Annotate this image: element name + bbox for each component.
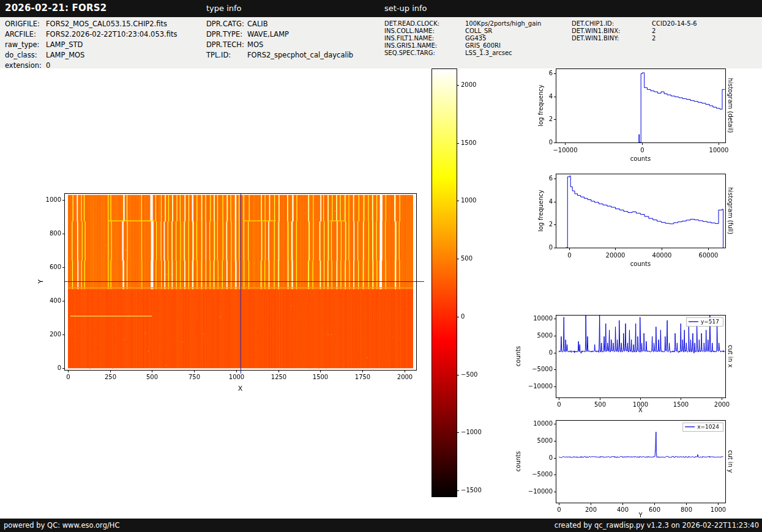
info-value: GG435 <box>465 35 487 42</box>
info-row-chipid: DET.CHIP1.ID:CCID20-14-5-6 <box>572 20 697 28</box>
type-info-header: type info <box>206 4 242 13</box>
info-value: GRIS_600RI <box>465 42 501 50</box>
info-label: DET.WIN1.BINX: <box>572 28 652 35</box>
info-row-dprtech: DPR.TECH:MOS <box>206 40 353 50</box>
detector-info-column: DET.CHIP1.ID:CCID20-14-5-6 DET.WIN1.BINX… <box>572 20 697 42</box>
info-row-arcfile: ARCFILE:FORS2.2026-02-22T10:23:04.053.fi… <box>5 29 177 40</box>
info-value: LAMP_STD <box>46 40 83 50</box>
setup-info-header: set-up info <box>384 4 427 13</box>
info-row-readclock: DET.READ.CLOCK:100Kps/2ports/high_gain <box>384 20 541 28</box>
histogram-full-plot <box>511 166 762 273</box>
info-row-collname: INS.COLL.NAME:COLL_SR <box>384 28 541 35</box>
colorbar <box>422 65 490 503</box>
info-value: COLL_SR <box>465 28 492 35</box>
info-label: DPR.TYPE: <box>206 29 247 40</box>
info-row-binx: DET.WIN1.BINX:2 <box>572 28 697 35</box>
page-title: 2026-02-21: FORS2 <box>5 2 106 13</box>
info-row-biny: DET.WIN1.BINY:2 <box>572 35 697 42</box>
info-label: SEQ.SPEC.TARG: <box>384 50 465 57</box>
info-row-dprcatg: DPR.CATG:CALIB <box>206 19 353 29</box>
info-value: 0 <box>46 61 50 71</box>
cut-in-y-plot <box>511 413 762 523</box>
type-info-column: DPR.CATG:CALIB DPR.TYPE:WAVE,LAMP DPR.TE… <box>206 19 353 61</box>
info-row-extension: extension:0 <box>5 61 177 71</box>
info-value: 100Kps/2ports/high_gain <box>465 20 541 28</box>
raw-image-plot <box>24 177 435 404</box>
info-label: extension: <box>5 61 46 71</box>
info-label: DET.CHIP1.ID: <box>572 20 652 28</box>
footer-powered-by: powered by QC: www.eso.org/HC <box>4 519 119 532</box>
info-label: ORIGFILE: <box>5 19 46 29</box>
info-row-doclass: do_class:LAMP_MOS <box>5 50 177 61</box>
info-value: MOS <box>247 40 263 50</box>
info-label: DPR.TECH: <box>206 40 247 50</box>
info-row-origfile: ORIGFILE:FORS2_MOS_CAL053.15.CHIP2.fits <box>5 19 177 29</box>
info-label: TPL.ID: <box>206 50 247 61</box>
setup-info-column: DET.READ.CLOCK:100Kps/2ports/high_gain I… <box>384 20 541 57</box>
file-info-column: ORIGFILE:FORS2_MOS_CAL053.15.CHIP2.fits … <box>5 19 177 71</box>
info-label: INS.FILT1.NAME: <box>384 35 465 42</box>
info-row-rawtype: raw_type:LAMP_STD <box>5 40 177 50</box>
info-value: FORS2_specphot_cal_daycalib <box>247 50 353 61</box>
info-row-dprtype: DPR.TYPE:WAVE,LAMP <box>206 29 353 40</box>
histogram-detail-plot <box>511 61 762 168</box>
info-label: ARCFILE: <box>5 29 46 40</box>
info-value: FORS2.2026-02-22T10:23:04.053.fits <box>46 29 177 40</box>
info-value: FORS2_MOS_CAL053.15.CHIP2.fits <box>46 19 167 29</box>
info-value: 2 <box>652 35 656 42</box>
title-bar: 2026-02-21: FORS2 type info set-up info <box>0 0 762 17</box>
footer-created-by: created by qc_rawdisp.py v1.2.3 on 2026-… <box>555 519 759 532</box>
info-row-filtname: INS.FILT1.NAME:GG435 <box>384 35 541 42</box>
info-label: DPR.CATG: <box>206 19 247 29</box>
info-value: LAMP_MOS <box>46 50 84 61</box>
info-row-tplid: TPL.ID:FORS2_specphot_cal_daycalib <box>206 50 353 61</box>
info-value: CCID20-14-5-6 <box>652 20 697 28</box>
info-row-grisname: INS.GRIS1.NAME:GRIS_600RI <box>384 42 541 50</box>
info-label: INS.GRIS1.NAME: <box>384 42 465 50</box>
info-value: CALIB <box>247 19 268 29</box>
cut-in-x-plot <box>511 308 762 418</box>
info-label: DET.WIN1.BINY: <box>572 35 652 42</box>
footer-bar: powered by QC: www.eso.org/HC created by… <box>0 519 762 532</box>
info-label: DET.READ.CLOCK: <box>384 20 465 28</box>
info-label: INS.COLL.NAME: <box>384 28 465 35</box>
qc-report-page: 2026-02-21: FORS2 type info set-up info … <box>0 0 762 532</box>
info-value: LSS_1.3_arcsec <box>465 50 512 57</box>
info-label: raw_type: <box>5 40 46 50</box>
info-value: 2 <box>652 28 656 35</box>
info-label: do_class: <box>5 50 46 61</box>
info-row-spectarg: SEQ.SPEC.TARG:LSS_1.3_arcsec <box>384 50 541 57</box>
info-value: WAVE,LAMP <box>247 29 289 40</box>
